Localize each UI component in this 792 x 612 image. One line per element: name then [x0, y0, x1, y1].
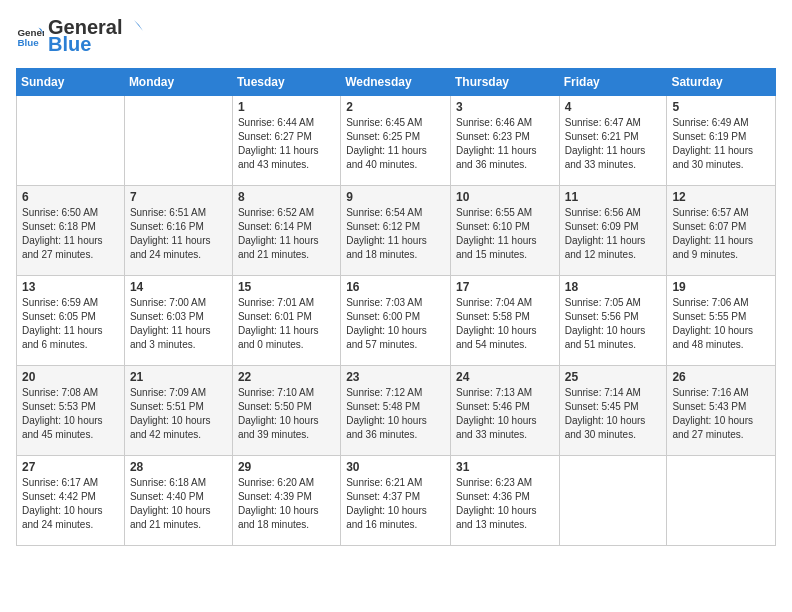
calendar-cell: 10 Sunrise: 6:55 AMSunset: 6:10 PMDaylig… [450, 186, 559, 276]
col-sunday: Sunday [17, 69, 125, 96]
day-number: 31 [456, 460, 554, 474]
day-number: 25 [565, 370, 662, 384]
day-info: Sunrise: 6:59 AMSunset: 6:05 PMDaylight:… [22, 297, 103, 350]
day-number: 7 [130, 190, 227, 204]
calendar-cell: 8 Sunrise: 6:52 AMSunset: 6:14 PMDayligh… [232, 186, 340, 276]
calendar-cell: 2 Sunrise: 6:45 AMSunset: 6:25 PMDayligh… [341, 96, 451, 186]
calendar-cell: 4 Sunrise: 6:47 AMSunset: 6:21 PMDayligh… [559, 96, 667, 186]
day-info: Sunrise: 6:47 AMSunset: 6:21 PMDaylight:… [565, 117, 646, 170]
day-number: 19 [672, 280, 770, 294]
logo: General Blue General Blue [16, 16, 146, 56]
col-monday: Monday [124, 69, 232, 96]
calendar-cell: 6 Sunrise: 6:50 AMSunset: 6:18 PMDayligh… [17, 186, 125, 276]
calendar-cell: 31 Sunrise: 6:23 AMSunset: 4:36 PMDaylig… [450, 456, 559, 546]
day-number: 14 [130, 280, 227, 294]
day-info: Sunrise: 6:50 AMSunset: 6:18 PMDaylight:… [22, 207, 103, 260]
day-number: 26 [672, 370, 770, 384]
day-number: 15 [238, 280, 335, 294]
day-info: Sunrise: 6:45 AMSunset: 6:25 PMDaylight:… [346, 117, 427, 170]
day-info: Sunrise: 6:49 AMSunset: 6:19 PMDaylight:… [672, 117, 753, 170]
calendar-cell: 29 Sunrise: 6:20 AMSunset: 4:39 PMDaylig… [232, 456, 340, 546]
day-info: Sunrise: 7:16 AMSunset: 5:43 PMDaylight:… [672, 387, 753, 440]
day-number: 24 [456, 370, 554, 384]
day-number: 5 [672, 100, 770, 114]
day-number: 28 [130, 460, 227, 474]
day-number: 29 [238, 460, 335, 474]
calendar-cell: 18 Sunrise: 7:05 AMSunset: 5:56 PMDaylig… [559, 276, 667, 366]
calendar-cell: 1 Sunrise: 6:44 AMSunset: 6:27 PMDayligh… [232, 96, 340, 186]
calendar-cell: 12 Sunrise: 6:57 AMSunset: 6:07 PMDaylig… [667, 186, 776, 276]
calendar-cell: 14 Sunrise: 7:00 AMSunset: 6:03 PMDaylig… [124, 276, 232, 366]
col-wednesday: Wednesday [341, 69, 451, 96]
day-number: 8 [238, 190, 335, 204]
calendar-cell: 5 Sunrise: 6:49 AMSunset: 6:19 PMDayligh… [667, 96, 776, 186]
calendar-cell: 15 Sunrise: 7:01 AMSunset: 6:01 PMDaylig… [232, 276, 340, 366]
day-info: Sunrise: 6:54 AMSunset: 6:12 PMDaylight:… [346, 207, 427, 260]
calendar-cell: 19 Sunrise: 7:06 AMSunset: 5:55 PMDaylig… [667, 276, 776, 366]
day-info: Sunrise: 7:09 AMSunset: 5:51 PMDaylight:… [130, 387, 211, 440]
day-info: Sunrise: 7:10 AMSunset: 5:50 PMDaylight:… [238, 387, 319, 440]
calendar-week-5: 27 Sunrise: 6:17 AMSunset: 4:42 PMDaylig… [17, 456, 776, 546]
calendar-week-3: 13 Sunrise: 6:59 AMSunset: 6:05 PMDaylig… [17, 276, 776, 366]
day-number: 9 [346, 190, 445, 204]
day-number: 22 [238, 370, 335, 384]
calendar-week-4: 20 Sunrise: 7:08 AMSunset: 5:53 PMDaylig… [17, 366, 776, 456]
day-info: Sunrise: 7:13 AMSunset: 5:46 PMDaylight:… [456, 387, 537, 440]
day-info: Sunrise: 6:57 AMSunset: 6:07 PMDaylight:… [672, 207, 753, 260]
day-number: 11 [565, 190, 662, 204]
calendar-cell: 28 Sunrise: 6:18 AMSunset: 4:40 PMDaylig… [124, 456, 232, 546]
day-number: 3 [456, 100, 554, 114]
calendar-cell [559, 456, 667, 546]
calendar-cell: 23 Sunrise: 7:12 AMSunset: 5:48 PMDaylig… [341, 366, 451, 456]
day-info: Sunrise: 7:01 AMSunset: 6:01 PMDaylight:… [238, 297, 319, 350]
day-number: 6 [22, 190, 119, 204]
day-info: Sunrise: 6:55 AMSunset: 6:10 PMDaylight:… [456, 207, 537, 260]
calendar-cell [667, 456, 776, 546]
calendar-cell: 17 Sunrise: 7:04 AMSunset: 5:58 PMDaylig… [450, 276, 559, 366]
calendar-cell: 25 Sunrise: 7:14 AMSunset: 5:45 PMDaylig… [559, 366, 667, 456]
day-info: Sunrise: 6:20 AMSunset: 4:39 PMDaylight:… [238, 477, 319, 530]
calendar-table: Sunday Monday Tuesday Wednesday Thursday… [16, 68, 776, 546]
calendar-cell [17, 96, 125, 186]
day-info: Sunrise: 7:14 AMSunset: 5:45 PMDaylight:… [565, 387, 646, 440]
header-row: Sunday Monday Tuesday Wednesday Thursday… [17, 69, 776, 96]
day-number: 12 [672, 190, 770, 204]
calendar-cell: 16 Sunrise: 7:03 AMSunset: 6:00 PMDaylig… [341, 276, 451, 366]
calendar-cell: 30 Sunrise: 6:21 AMSunset: 4:37 PMDaylig… [341, 456, 451, 546]
day-info: Sunrise: 6:44 AMSunset: 6:27 PMDaylight:… [238, 117, 319, 170]
day-number: 23 [346, 370, 445, 384]
day-info: Sunrise: 7:05 AMSunset: 5:56 PMDaylight:… [565, 297, 646, 350]
day-info: Sunrise: 6:52 AMSunset: 6:14 PMDaylight:… [238, 207, 319, 260]
day-info: Sunrise: 7:03 AMSunset: 6:00 PMDaylight:… [346, 297, 427, 350]
calendar-cell: 13 Sunrise: 6:59 AMSunset: 6:05 PMDaylig… [17, 276, 125, 366]
day-info: Sunrise: 7:00 AMSunset: 6:03 PMDaylight:… [130, 297, 211, 350]
day-info: Sunrise: 7:08 AMSunset: 5:53 PMDaylight:… [22, 387, 103, 440]
logo-bird-icon [123, 17, 145, 39]
logo-icon: General Blue [16, 22, 44, 50]
col-friday: Friday [559, 69, 667, 96]
day-info: Sunrise: 6:46 AMSunset: 6:23 PMDaylight:… [456, 117, 537, 170]
calendar-cell: 3 Sunrise: 6:46 AMSunset: 6:23 PMDayligh… [450, 96, 559, 186]
col-thursday: Thursday [450, 69, 559, 96]
page-header: General Blue General Blue [16, 16, 776, 56]
day-info: Sunrise: 6:51 AMSunset: 6:16 PMDaylight:… [130, 207, 211, 260]
day-info: Sunrise: 6:56 AMSunset: 6:09 PMDaylight:… [565, 207, 646, 260]
calendar-cell: 24 Sunrise: 7:13 AMSunset: 5:46 PMDaylig… [450, 366, 559, 456]
col-saturday: Saturday [667, 69, 776, 96]
calendar-cell: 11 Sunrise: 6:56 AMSunset: 6:09 PMDaylig… [559, 186, 667, 276]
day-number: 13 [22, 280, 119, 294]
calendar-cell: 20 Sunrise: 7:08 AMSunset: 5:53 PMDaylig… [17, 366, 125, 456]
calendar-cell: 9 Sunrise: 6:54 AMSunset: 6:12 PMDayligh… [341, 186, 451, 276]
day-info: Sunrise: 6:17 AMSunset: 4:42 PMDaylight:… [22, 477, 103, 530]
day-info: Sunrise: 7:06 AMSunset: 5:55 PMDaylight:… [672, 297, 753, 350]
col-tuesday: Tuesday [232, 69, 340, 96]
svg-text:Blue: Blue [17, 37, 39, 48]
calendar-cell: 27 Sunrise: 6:17 AMSunset: 4:42 PMDaylig… [17, 456, 125, 546]
day-info: Sunrise: 6:18 AMSunset: 4:40 PMDaylight:… [130, 477, 211, 530]
calendar-cell [124, 96, 232, 186]
day-info: Sunrise: 7:04 AMSunset: 5:58 PMDaylight:… [456, 297, 537, 350]
calendar-cell: 26 Sunrise: 7:16 AMSunset: 5:43 PMDaylig… [667, 366, 776, 456]
day-number: 21 [130, 370, 227, 384]
day-number: 16 [346, 280, 445, 294]
calendar-cell: 7 Sunrise: 6:51 AMSunset: 6:16 PMDayligh… [124, 186, 232, 276]
